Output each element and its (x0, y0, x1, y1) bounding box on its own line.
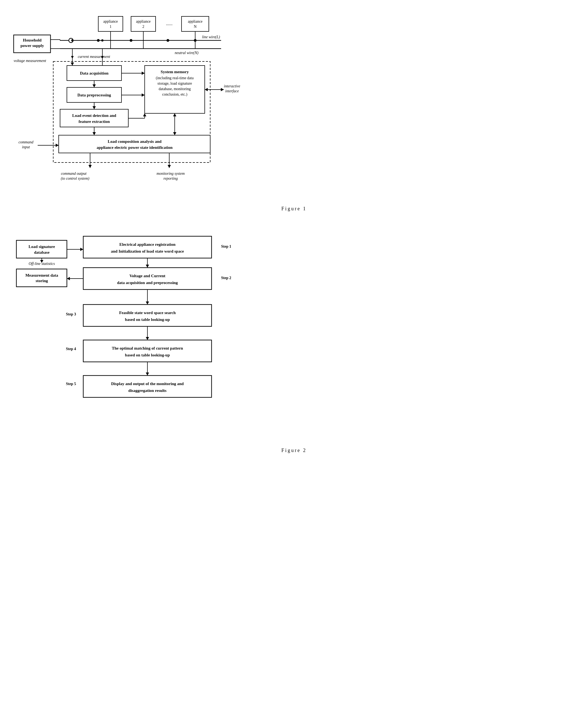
svg-text:Load event detection and: Load event detection and (72, 113, 116, 118)
svg-rect-65 (59, 135, 210, 153)
svg-text:interface: interface (225, 89, 239, 93)
svg-rect-118 (83, 305, 212, 326)
svg-rect-124 (83, 340, 212, 362)
svg-marker-80 (88, 165, 92, 168)
svg-text:power supply: power supply (20, 43, 44, 48)
svg-text:Step 3: Step 3 (66, 312, 76, 316)
svg-rect-109 (83, 268, 212, 289)
svg-marker-77 (221, 88, 224, 91)
svg-text:2: 2 (143, 25, 144, 29)
svg-text:Electrical appliance registrat: Electrical appliance registration (119, 242, 175, 247)
svg-rect-92 (16, 240, 67, 258)
svg-text:neutral wire(N): neutral wire(N) (175, 51, 198, 55)
svg-marker-128 (146, 372, 149, 375)
svg-point-17 (97, 39, 100, 42)
svg-text:Step 2: Step 2 (221, 276, 231, 280)
svg-text:(to control system): (to control system) (61, 177, 89, 181)
svg-text:System memory: System memory (161, 70, 189, 74)
svg-point-90 (71, 39, 74, 42)
svg-text:data acquisition and preproces: data acquisition and preprocessing (117, 281, 178, 285)
svg-text:Load signature: Load signature (29, 244, 55, 249)
svg-text:interactive: interactive (224, 84, 240, 88)
figure-2-caption: Figure 2 (5, 448, 583, 453)
svg-text:based on table looking-up: based on table looking-up (125, 317, 170, 322)
svg-marker-116 (146, 302, 149, 305)
svg-rect-46 (60, 109, 128, 127)
svg-text:appliance: appliance (188, 19, 203, 23)
svg-marker-108 (146, 265, 149, 268)
svg-text:Load composition analysis and: Load composition analysis and (108, 139, 162, 144)
figure-1: appliance 1 appliance 2 ...... appliance… (5, 11, 583, 212)
figure-2: Load signature database Off-line statist… (5, 225, 583, 453)
svg-rect-3 (131, 16, 155, 32)
svg-text:reporting: reporting (164, 177, 178, 181)
svg-text:Step 4: Step 4 (66, 347, 76, 351)
svg-text:......: ...... (166, 21, 172, 26)
svg-text:line wire(L): line wire(L) (202, 35, 220, 39)
svg-text:Feasible state word space sear: Feasible state word space search (119, 310, 176, 315)
svg-marker-122 (146, 337, 149, 340)
figure-1-caption: Figure 1 (5, 206, 583, 212)
svg-text:command: command (19, 140, 34, 144)
svg-text:Step 5: Step 5 (66, 382, 76, 386)
svg-text:Step 1: Step 1 (221, 244, 231, 248)
svg-marker-84 (168, 165, 171, 168)
svg-text:Measurement data: Measurement data (25, 273, 58, 278)
svg-text:feature extraction: feature extraction (79, 119, 110, 124)
svg-text:monitoring system: monitoring system (156, 171, 185, 176)
svg-text:Data preprocessing: Data preprocessing (77, 93, 111, 97)
svg-text:N: N (194, 25, 196, 29)
svg-marker-114 (67, 277, 70, 280)
svg-text:Voltage and Current: Voltage and Current (129, 274, 165, 278)
svg-text:Display and output of the moni: Display and output of the monitoring and (111, 382, 184, 386)
svg-text:appliance electric power state: appliance electric power state identific… (97, 145, 173, 150)
svg-text:disaggregation results: disaggregation results (128, 388, 167, 393)
svg-text:1: 1 (110, 25, 112, 29)
svg-text:Data acquisition: Data acquisition (80, 71, 109, 75)
svg-rect-101 (83, 236, 212, 258)
svg-text:based on table looking-up: based on table looking-up (125, 353, 170, 357)
svg-text:current measurement: current measurement (78, 55, 110, 59)
svg-point-18 (130, 39, 132, 42)
svg-text:storage, load signature: storage, load signature (158, 81, 192, 85)
figure-2-diagram: Load signature database Off-line statist… (5, 225, 583, 445)
svg-text:appliance: appliance (103, 19, 118, 23)
svg-point-19 (167, 39, 169, 42)
svg-text:command output: command output (61, 171, 87, 176)
svg-text:appliance: appliance (136, 19, 151, 23)
svg-text:database, monitoring: database, monitoring (159, 87, 191, 91)
svg-text:storing: storing (36, 279, 48, 283)
svg-rect-7 (182, 16, 209, 32)
svg-text:conclusion, etc.): conclusion, etc.) (162, 92, 187, 97)
svg-text:and Initialization of load sta: and Initialization of load state word sp… (111, 249, 184, 253)
figure-1-diagram: appliance 1 appliance 2 ...... appliance… (5, 11, 583, 203)
svg-rect-130 (83, 375, 212, 397)
svg-text:database: database (34, 250, 50, 254)
svg-text:voltage measurement: voltage measurement (14, 59, 46, 63)
svg-text:(including real-time data: (including real-time data (156, 76, 194, 80)
svg-text:input: input (22, 145, 30, 149)
svg-text:Household: Household (23, 38, 42, 42)
svg-rect-0 (98, 16, 123, 32)
svg-rect-98 (16, 269, 67, 287)
svg-marker-32 (71, 56, 74, 59)
svg-marker-106 (80, 248, 83, 251)
svg-text:The optimal matching of curren: The optimal matching of current pattern (112, 346, 184, 350)
svg-point-91 (101, 39, 103, 42)
